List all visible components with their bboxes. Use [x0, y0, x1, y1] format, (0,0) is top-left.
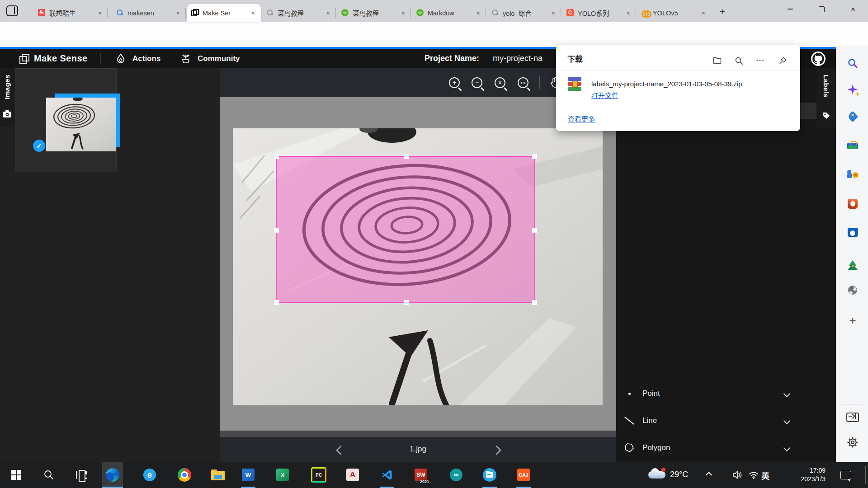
chevron-down-icon[interactable] — [783, 444, 791, 451]
images-tab[interactable]: Images — [0, 68, 14, 127]
tool-row-line[interactable]: Line — [616, 407, 816, 434]
tray-expand-button[interactable] — [698, 465, 719, 485]
chevron-down-icon[interactable] — [783, 417, 791, 424]
sidebar-browser-essentials-button[interactable] — [845, 282, 860, 298]
sidebar-search-button[interactable] — [845, 56, 860, 71]
browser-tab[interactable]: </> 菜鸟教程 × — [337, 4, 411, 22]
sidebar-settings-button[interactable] — [845, 435, 860, 450]
tool-row-polygon[interactable]: Polygon — [616, 434, 816, 461]
zoom-in-button[interactable]: + — [446, 75, 463, 91]
downloaded-file-name[interactable]: labels_my-project-name_2023-01-03-05-08-… — [591, 80, 742, 88]
sidebar-games-button[interactable] — [845, 167, 860, 182]
tab-close-icon[interactable]: × — [550, 9, 557, 17]
image-thumbnail[interactable] — [46, 98, 116, 151]
clock-button[interactable]: 17:09 2023/1/3 — [778, 466, 826, 483]
sidebar-tree-button[interactable] — [845, 254, 860, 269]
tab-close-icon[interactable]: × — [400, 9, 407, 17]
weather-temp[interactable]: 29°C — [670, 470, 688, 479]
start-button[interactable] — [6, 465, 27, 485]
taskbar-arduino-button[interactable]: ∞ — [446, 465, 467, 485]
weather-button[interactable] — [647, 468, 666, 479]
resize-handle[interactable] — [274, 300, 279, 305]
new-tab-button[interactable]: + — [716, 5, 729, 18]
actual-size-button[interactable]: 1:1 — [514, 75, 532, 91]
tab-close-icon[interactable]: × — [700, 9, 707, 17]
nav-community[interactable]: Community — [198, 54, 240, 63]
taskbar-pycharm-button[interactable]: PC — [308, 465, 329, 485]
task-view-button[interactable] — [71, 465, 92, 485]
resize-handle[interactable] — [274, 154, 279, 159]
browser-tab[interactable]: makesen × — [112, 4, 186, 22]
browser-tab[interactable]: YOLOv5 × — [637, 4, 711, 22]
image-selected-check[interactable]: ✓ — [33, 140, 45, 152]
browser-tab[interactable]: yolo_综合 × — [487, 4, 561, 22]
taskbar-solidworks-button[interactable]: SW 2021 — [410, 465, 431, 485]
resize-handle[interactable] — [274, 228, 279, 233]
browser-tab[interactable]: C YOLO系列 × — [562, 4, 636, 22]
sidebar-customize-button[interactable]: + — [845, 313, 860, 328]
taskbar-vscode-button[interactable] — [377, 465, 397, 485]
taskbar-filetransfer-button[interactable] — [479, 465, 500, 485]
tab-close-icon[interactable]: × — [250, 9, 257, 17]
input-language-button[interactable]: 英 — [761, 469, 769, 481]
resize-handle[interactable] — [532, 228, 537, 233]
sidebar-toolbox-button[interactable] — [845, 137, 860, 153]
resize-handle[interactable] — [532, 154, 537, 159]
browser-tab[interactable]: </> Markdow × — [412, 4, 486, 22]
resize-handle[interactable] — [404, 154, 409, 159]
open-downloads-folder-button[interactable] — [710, 54, 724, 67]
labels-tab[interactable]: Labels — [816, 68, 836, 127]
browser-tab[interactable]: 头 联想酷生 × — [34, 4, 108, 22]
sidebar-copilot-button[interactable] — [845, 82, 860, 97]
taskbar-file-explorer-button[interactable] — [208, 465, 228, 485]
window-minimize-button[interactable] — [780, 0, 801, 18]
taskbar-ebrowser-button[interactable]: e — [139, 465, 160, 485]
project-name-value[interactable]: my-project-na — [493, 54, 561, 63]
taskbar-word-button[interactable]: W — [238, 465, 259, 485]
action-center-button[interactable] — [835, 465, 856, 485]
tab-close-icon[interactable]: × — [325, 9, 332, 17]
image-navigation-bar: 1.jpg — [220, 437, 616, 462]
tab-close-icon[interactable]: × — [475, 9, 482, 17]
tool-row-point[interactable]: Point — [616, 380, 816, 407]
tab-close-icon[interactable]: × — [625, 9, 632, 17]
window-close-button[interactable]: × — [843, 0, 863, 18]
pin-downloads-button[interactable] — [776, 54, 790, 67]
browser-tab[interactable]: 菜鸟教程 × — [262, 4, 336, 22]
window-maximize-button[interactable] — [811, 0, 832, 18]
sparkle-small-icon — [855, 92, 860, 96]
see-more-link[interactable]: 查看更多 — [568, 114, 595, 123]
taskbar-autocad-button[interactable]: A — [342, 465, 363, 485]
tab-close-icon[interactable]: × — [175, 9, 182, 17]
open-file-link[interactable]: 打开文件 — [591, 90, 618, 100]
resize-handle[interactable] — [532, 300, 537, 305]
horizontal-scrollbar[interactable] — [220, 431, 616, 437]
bounding-box-annotation[interactable] — [276, 156, 535, 303]
taskbar-excel-button[interactable]: X — [272, 465, 293, 485]
sidebar-outlook-button[interactable] — [845, 225, 860, 240]
downloads-popup-title: 下载 — [567, 53, 583, 64]
resize-handle[interactable] — [404, 300, 409, 305]
taskbar-edge-button[interactable] — [102, 465, 123, 485]
downloads-more-options-button[interactable]: ··· — [753, 54, 768, 67]
nav-actions[interactable]: Actions — [132, 54, 160, 63]
windows-logo-icon — [11, 470, 21, 480]
tree-icon — [847, 256, 858, 267]
next-image-button[interactable] — [493, 447, 500, 455]
fit-to-window-button[interactable]: × — [491, 75, 509, 91]
taskbar-chrome-button[interactable] — [174, 465, 195, 485]
taskbar-caj-button[interactable]: CAJ — [513, 465, 534, 485]
taskbar-search-button[interactable] — [38, 465, 59, 485]
chevron-down-icon[interactable] — [783, 390, 791, 397]
browser-tab-active[interactable]: Make Ser × — [187, 4, 261, 22]
github-link[interactable] — [800, 49, 836, 68]
sidebar-office-button[interactable] — [845, 196, 860, 211]
tab-title: 菜鸟教程 — [353, 8, 396, 18]
zoom-out-button[interactable]: − — [468, 75, 486, 91]
tab-close-icon[interactable]: × — [96, 9, 104, 17]
search-icon — [44, 470, 54, 480]
sidebar-open-panel-button[interactable] — [845, 409, 860, 425]
tab-workspaces-icon[interactable] — [6, 5, 18, 16]
search-downloads-button[interactable] — [731, 54, 746, 67]
sidebar-shopping-button[interactable] — [845, 109, 860, 124]
